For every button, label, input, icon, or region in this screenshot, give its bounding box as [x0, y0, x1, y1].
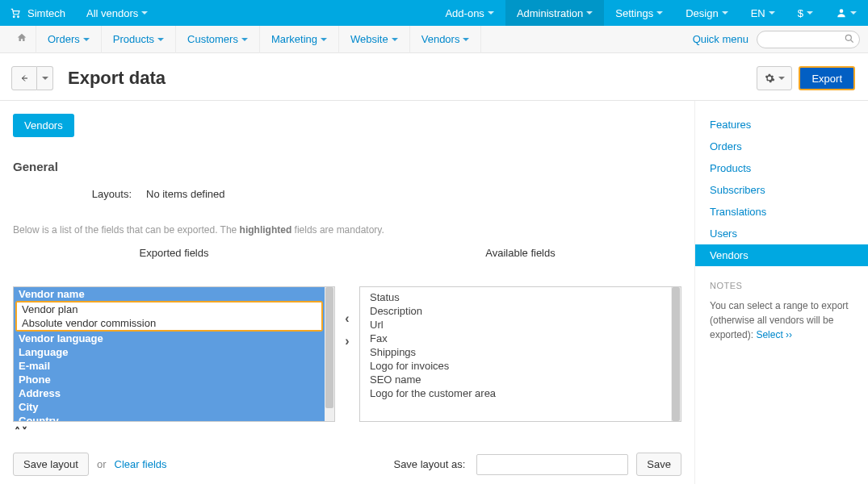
- home-icon[interactable]: [8, 32, 36, 46]
- field-option[interactable]: Vendor plan: [17, 302, 321, 316]
- chevron-down-icon: [778, 77, 785, 80]
- move-left-button[interactable]: ‹: [345, 311, 349, 326]
- clear-fields-link[interactable]: Clear fields: [115, 458, 167, 470]
- sidebar-item-translations[interactable]: Translations: [695, 201, 868, 223]
- layouts-value: No items defined: [146, 188, 225, 200]
- chevron-down-icon: [392, 38, 398, 41]
- nav-customers[interactable]: Customers: [175, 26, 259, 53]
- tab-vendors[interactable]: Vendors: [13, 114, 74, 137]
- topmenu-add-ons[interactable]: Add-ons: [434, 0, 505, 26]
- topmenu-settings[interactable]: Settings: [604, 0, 674, 26]
- sidebar-item-features[interactable]: Features: [695, 114, 868, 136]
- topmenu-administration[interactable]: Administration: [505, 0, 604, 26]
- currency-label: $: [798, 7, 803, 19]
- scrollbar[interactable]: [671, 287, 681, 421]
- move-up-button[interactable]: ˄: [15, 425, 22, 438]
- chevron-down-icon: [488, 11, 494, 15]
- user-menu[interactable]: [824, 0, 868, 26]
- chevron-down-icon: [656, 11, 663, 15]
- settings-button[interactable]: [757, 66, 792, 90]
- nav-vendors[interactable]: Vendors: [409, 26, 482, 53]
- field-option[interactable]: Country: [14, 414, 325, 421]
- sidebar-item-products[interactable]: Products: [695, 157, 868, 179]
- hint-suffix: fields are mandatory.: [291, 224, 384, 236]
- exported-fields-list[interactable]: Vendor nameVendor planAbsolute vendor co…: [13, 286, 335, 422]
- cart-icon: [10, 7, 21, 19]
- currency-selector[interactable]: $: [786, 0, 824, 26]
- chevron-down-icon: [463, 38, 469, 41]
- field-option[interactable]: SEO name: [365, 373, 666, 386]
- language-label: EN: [751, 7, 765, 19]
- topmenu-design[interactable]: Design: [674, 0, 739, 26]
- chevron-down-icon: [83, 38, 90, 41]
- field-option[interactable]: E-mail: [14, 359, 325, 373]
- field-option[interactable]: Vendor name: [14, 287, 325, 301]
- select-range-link[interactable]: Select ››: [756, 329, 792, 340]
- page-header: Export data Export: [0, 53, 868, 100]
- exported-fields-header: Exported fields: [13, 247, 335, 259]
- scrollbar[interactable]: [325, 287, 334, 421]
- sidebar-item-subscribers[interactable]: Subscribers: [695, 179, 868, 201]
- user-icon: [836, 7, 847, 19]
- fields-hint: Below is a list of the fields that can b…: [13, 224, 681, 236]
- chevron-down-icon: [42, 77, 48, 80]
- field-option[interactable]: Logo for the customer area: [365, 386, 666, 400]
- svg-point-0: [13, 16, 15, 18]
- chevron-down-icon: [586, 11, 593, 15]
- field-option[interactable]: Fax: [365, 332, 666, 345]
- notes-text: You can select a range to export (otherw…: [695, 295, 868, 345]
- sidebar: FeaturesOrdersProductsSubscribersTransla…: [694, 101, 868, 484]
- move-right-button[interactable]: ›: [345, 334, 349, 348]
- field-option[interactable]: Address: [14, 386, 325, 400]
- save-button[interactable]: Save: [636, 453, 681, 476]
- back-button[interactable]: [11, 66, 37, 90]
- chevron-down-icon: [850, 11, 857, 15]
- hint-bold: highlighted: [240, 224, 292, 236]
- field-option[interactable]: Url: [365, 318, 666, 332]
- topbar: Simtech All vendors Add-ons Administrati…: [0, 0, 868, 26]
- nav-products[interactable]: Products: [101, 26, 175, 53]
- available-fields-header: Available fields: [359, 247, 681, 259]
- field-option[interactable]: City: [14, 400, 325, 414]
- sidebar-item-vendors[interactable]: Vendors: [695, 244, 868, 266]
- notes-header: NOTES: [695, 266, 868, 295]
- save-as-input[interactable]: [476, 454, 628, 475]
- export-button[interactable]: Export: [799, 66, 855, 90]
- field-option[interactable]: Phone: [14, 373, 325, 386]
- nav-website[interactable]: Website: [338, 26, 409, 53]
- chevron-down-icon: [769, 11, 775, 15]
- vendor-selector-label: All vendors: [86, 7, 138, 19]
- search-icon[interactable]: [844, 33, 855, 47]
- field-option[interactable]: Description: [365, 304, 666, 318]
- gear-icon: [764, 73, 775, 84]
- save-layout-button[interactable]: Save layout: [13, 453, 89, 476]
- brand-label[interactable]: Simtech: [27, 7, 65, 19]
- available-fields-list[interactable]: StatusDescriptionUrlFaxShippingsLogo for…: [359, 286, 681, 422]
- save-as-label: Save layout as:: [393, 458, 465, 470]
- svg-point-1: [18, 16, 19, 18]
- chevron-down-icon: [241, 38, 248, 41]
- nav-orders[interactable]: Orders: [36, 26, 101, 53]
- svg-point-3: [845, 35, 851, 40]
- content: Vendors General Layouts: No items define…: [0, 101, 694, 484]
- language-selector[interactable]: EN: [740, 0, 786, 26]
- field-option[interactable]: Status: [365, 290, 666, 304]
- chevron-down-icon: [157, 38, 164, 41]
- chevron-down-icon: [722, 11, 728, 15]
- back-dropdown[interactable]: [37, 66, 53, 90]
- page-title: Export data: [68, 68, 166, 89]
- hint-prefix: Below is a list of the fields that can b…: [13, 224, 240, 236]
- nav-marketing[interactable]: Marketing: [259, 26, 338, 53]
- field-option[interactable]: Vendor language: [14, 332, 325, 345]
- vendor-selector[interactable]: All vendors: [72, 0, 159, 26]
- sidebar-item-orders[interactable]: Orders: [695, 136, 868, 157]
- field-option[interactable]: Language: [14, 345, 325, 359]
- sidebar-item-users[interactable]: Users: [695, 223, 868, 244]
- subnav: Orders Products Customers Marketing Webs…: [0, 26, 868, 53]
- search-box: [757, 31, 860, 48]
- field-option[interactable]: Absolute vendor commission: [17, 316, 321, 330]
- quick-menu-link[interactable]: Quick menu: [693, 33, 748, 45]
- move-down-button[interactable]: ˅: [22, 425, 29, 438]
- field-option[interactable]: Logo for invoices: [365, 359, 666, 373]
- field-option[interactable]: Shippings: [365, 345, 666, 359]
